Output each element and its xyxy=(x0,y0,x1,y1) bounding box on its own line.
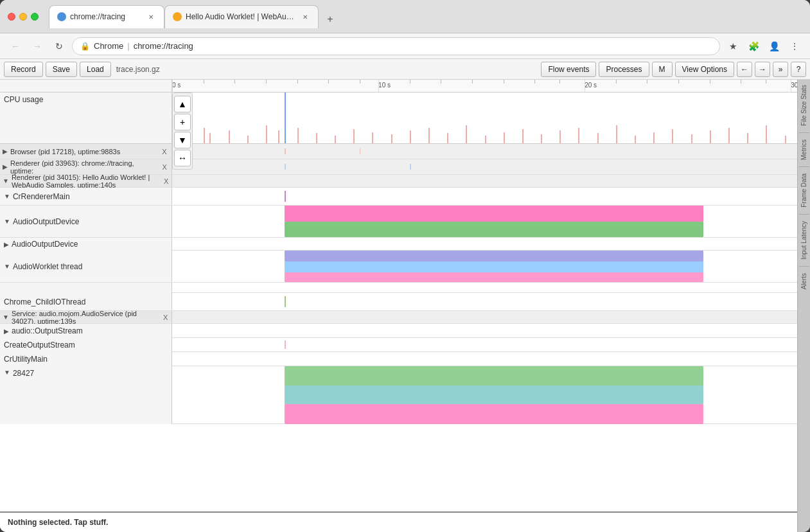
new-tab-button[interactable]: + xyxy=(321,10,339,28)
renderer-audio-process-content[interactable] xyxy=(172,175,797,187)
sidebar-frame-data[interactable]: Frame Data xyxy=(800,168,807,213)
nav-help-button[interactable]: ? xyxy=(791,62,806,77)
renderer-tracing-title: Renderer (pid 33963): chrome://tracing, … xyxy=(10,159,157,175)
sidebar-divider-1 xyxy=(799,132,809,133)
browser-process-row[interactable]: ▶ Browser (pid 17218), uptime:9883s X xyxy=(0,144,797,159)
address-separator: | xyxy=(127,41,129,51)
save-button[interactable]: Save xyxy=(46,62,77,77)
audio-output-stream-content[interactable] xyxy=(172,324,797,337)
audio-worklet-label: ▼ AudioWorklet thread xyxy=(0,251,172,282)
audio-output-device-1-content[interactable] xyxy=(172,206,797,237)
tick-30s: 30 s xyxy=(791,82,797,89)
address-url: chrome://tracing xyxy=(134,41,193,51)
tab-tracing[interactable]: chrome://tracing ✕ xyxy=(49,5,164,28)
sidebar-file-size-stats[interactable]: File Size Stats xyxy=(800,80,807,131)
audio-output-device-2-label: ▶ AudioOutputDevice xyxy=(0,238,172,251)
28427-content[interactable] xyxy=(172,366,797,424)
zoom-out-tool[interactable]: ▼ xyxy=(174,132,191,148)
nav-left-button[interactable]: ← xyxy=(737,62,752,77)
close-window-button[interactable] xyxy=(8,13,15,21)
star-button[interactable]: ★ xyxy=(724,37,742,55)
processes-button[interactable]: Processes xyxy=(599,62,649,77)
renderer-tracing-close[interactable]: X xyxy=(160,163,169,172)
address-bar[interactable]: 🔒 Chrome | chrome://tracing xyxy=(72,37,720,55)
tick-10s: 10 s xyxy=(378,82,391,89)
sidebar-metrics[interactable]: Metrics xyxy=(800,134,807,165)
service-close[interactable]: X xyxy=(162,313,169,322)
renderer-audio-row[interactable]: ▼ Renderer (pid 34015): Hello Audio Work… xyxy=(0,175,797,188)
create-output-stream-row: CreateOutputStream xyxy=(0,338,797,352)
empty-content-1 xyxy=(172,283,797,292)
trace-area[interactable]: ▲ + ▼ ↔ CPU usage xyxy=(0,93,797,511)
status-bar: Nothing selected. Tap stuff. xyxy=(0,511,797,532)
cpu-content[interactable] xyxy=(172,93,797,143)
renderer-tracing-content[interactable] xyxy=(172,159,797,174)
renderer-audio-close[interactable]: X xyxy=(163,177,169,186)
renderer-tracing-expand: ▶ xyxy=(3,163,8,170)
service-audio-label: ▼ Service: audio.mojom.AudioService (pid… xyxy=(0,311,172,323)
profile-button[interactable]: 👤 xyxy=(765,37,783,55)
timeline-header: 0 s 10 s 20 s 30 s xyxy=(0,80,797,93)
create-output-stream-label: CreateOutputStream xyxy=(0,338,172,352)
load-button[interactable]: Load xyxy=(80,62,111,77)
create-output-stream-content[interactable] xyxy=(172,338,797,351)
nav-right-button[interactable]: → xyxy=(755,62,770,77)
service-title: Service: audio.mojom.AudioService (pid 3… xyxy=(12,310,159,325)
browser-process-title: Browser (pid 17218), uptime:9883s xyxy=(10,148,120,155)
chrome-child-io-label: Chrome_ChildIOThread xyxy=(0,293,172,310)
minimize-window-button[interactable] xyxy=(19,13,27,21)
tab-bar: chrome://tracing ✕ Hello Audio Worklet! … xyxy=(49,5,802,28)
refresh-button[interactable]: ↻ xyxy=(50,37,68,55)
record-button[interactable]: Record xyxy=(4,62,43,77)
browser-window: chrome://tracing ✕ Hello Audio Worklet! … xyxy=(0,0,810,532)
audio-output-device-2-row: ▶ AudioOutputDevice xyxy=(0,238,797,251)
audio-worklet-row: ▼ AudioWorklet thread xyxy=(0,251,797,283)
sidebar-input-latency[interactable]: Input Latency xyxy=(800,216,807,265)
service-audio-row[interactable]: ▼ Service: audio.mojom.AudioService (pid… xyxy=(0,311,797,324)
renderer-audio-expand: ▼ xyxy=(3,177,9,184)
cr-utility-main-row: CrUtilityMain xyxy=(0,352,797,366)
timeline-ticks: 0 s 10 s 20 s 30 s xyxy=(172,80,797,92)
tracing-tab-icon xyxy=(57,12,66,21)
service-process-content[interactable] xyxy=(172,311,797,323)
flow-events-button[interactable]: Flow events xyxy=(541,62,596,77)
browser-process-content[interactable] xyxy=(172,144,797,159)
menu-button[interactable]: ⋮ xyxy=(786,37,804,55)
chrome-child-io-content[interactable] xyxy=(172,293,797,310)
cr-utility-main-content[interactable] xyxy=(172,352,797,366)
audio-output-expand-2: ▶ xyxy=(4,241,9,248)
audio-worklet-content[interactable] xyxy=(172,251,797,282)
cr-renderer-main-content[interactable] xyxy=(172,188,797,205)
forward-button[interactable]: → xyxy=(28,37,46,55)
tab-audio[interactable]: Hello Audio Worklet! | WebAud… ✕ xyxy=(164,5,319,28)
browser-process-label: ▶ Browser (pid 17218), uptime:9883s X xyxy=(0,144,172,159)
browser-close-button[interactable]: X xyxy=(160,147,169,156)
sidebar-divider-4 xyxy=(799,266,809,267)
audio-tab-icon xyxy=(173,12,182,21)
extension-button[interactable]: 🧩 xyxy=(744,37,762,55)
m-button[interactable]: M xyxy=(652,62,673,77)
zoom-in-tool[interactable]: + xyxy=(174,114,191,130)
back-button[interactable]: ← xyxy=(6,37,24,55)
address-prefix: Chrome xyxy=(94,41,123,51)
pan-tool[interactable]: ↔ xyxy=(174,150,191,166)
nav-more-button[interactable]: » xyxy=(773,62,788,77)
sidebar-divider-3 xyxy=(799,214,809,215)
tab-audio-close[interactable]: ✕ xyxy=(300,12,310,22)
cursor-tool[interactable]: ▲ xyxy=(174,96,191,112)
sidebar-alerts[interactable]: Alerts xyxy=(800,268,807,295)
filename-label: trace.json.gz xyxy=(116,65,160,74)
empty-label-1 xyxy=(0,283,172,293)
timeline-labels-col xyxy=(0,80,172,92)
audio-output-stream-label: ▶ audio::OutputStream xyxy=(0,324,172,338)
renderer-audio-label: ▼ Renderer (pid 34015): Hello Audio Work… xyxy=(0,175,172,187)
omnibar-right: ★ 🧩 👤 ⋮ xyxy=(724,37,804,55)
sidebar-divider-2 xyxy=(799,166,809,167)
status-message: Nothing selected. Tap stuff. xyxy=(8,518,108,527)
main-toolbar: Record Save Load trace.json.gz Flow even… xyxy=(0,59,810,80)
audio-output-device-2-content[interactable] xyxy=(172,238,797,250)
renderer-tracing-row[interactable]: ▶ Renderer (pid 33963): chrome://tracing… xyxy=(0,159,797,175)
maximize-window-button[interactable] xyxy=(31,13,39,21)
tab-tracing-close[interactable]: ✕ xyxy=(146,12,156,22)
view-options-button[interactable]: View Options xyxy=(675,62,734,77)
